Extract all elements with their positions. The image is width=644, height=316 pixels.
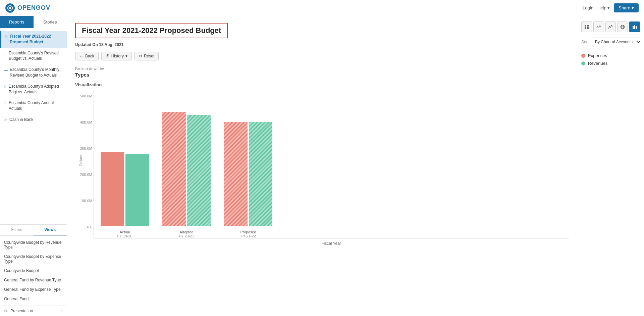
- svg-rect-14: [634, 25, 635, 29]
- dots-icon-3: ⠿: [4, 84, 7, 89]
- tab-filters[interactable]: Filters: [0, 225, 34, 235]
- svg-rect-6: [585, 27, 586, 29]
- revenues-label: Revenues: [588, 61, 608, 66]
- tab-stories[interactable]: Stories: [34, 16, 67, 28]
- y-label-500: 500.0M: [80, 94, 92, 98]
- expenses-label: Expenses: [588, 53, 607, 58]
- share-button[interactable]: Share ▾: [614, 3, 639, 12]
- y-label-200: 200.0M: [80, 173, 92, 177]
- breakdown-label: Broken down by: [75, 66, 569, 71]
- y-axis-title: Dollars: [79, 155, 83, 166]
- logo-icon: [5, 3, 15, 13]
- y-label-0: 0.0: [87, 225, 92, 229]
- report-title: Fiscal Year 2021-2022 Proposed Budget: [82, 26, 221, 35]
- viz-label: Visualization: [75, 82, 569, 87]
- bar-group-label-adopted: Adopted FY 20-21: [179, 227, 194, 238]
- bar-actual-revenue: [125, 154, 149, 226]
- reset-button[interactable]: ↺ Reset: [135, 52, 159, 60]
- legend-expenses: Expenses: [581, 53, 640, 58]
- sidebar-item-escambia-annual[interactable]: ⠿ Escambia County Annual Actuals: [0, 97, 67, 114]
- bar-icon: ▬: [4, 67, 8, 73]
- sidebar-tabs: Reports Stories: [0, 16, 67, 28]
- view-general-fund-expense[interactable]: General Fund by Expense Type: [0, 285, 67, 294]
- presentation-icon: ⚙: [4, 309, 8, 313]
- chart-wrapper: Dollars 500.0M 400.0M 300.0M 200.0M 100.…: [75, 91, 569, 246]
- y-label-300: 300.0M: [80, 146, 92, 150]
- sidebar-item-escambia-revised[interactable]: ⠿ Escambia County's Revised Budget vs. A…: [0, 48, 67, 64]
- svg-point-9: [611, 25, 612, 26]
- back-button[interactable]: ← Back: [75, 52, 99, 60]
- sidebar-item-escambia-monthly[interactable]: ▬ Escambia County's Monthly Revised Budg…: [0, 64, 67, 81]
- bar-adopted-expense: [162, 112, 186, 226]
- view-general-fund-revenue[interactable]: General Fund by Revenue Type: [0, 275, 67, 285]
- view-countywide-expense[interactable]: Countywide Budget by Expense Type: [0, 252, 67, 266]
- y-label-400: 400.0M: [80, 120, 92, 124]
- chart-bars-area: Actual FY 19-20 Adopted FY 20-21: [94, 91, 569, 238]
- main-layout: Reports Stories ⠿ Fiscal Year 2021-2022 …: [0, 16, 644, 316]
- views-list: Countywide Budget by Revenue Type County…: [0, 236, 67, 306]
- scale-icon: ⚖: [4, 118, 7, 123]
- bar-group-actual: Actual FY 19-20: [101, 152, 149, 238]
- y-label-100: 100.0M: [80, 199, 92, 203]
- presentation-arrow-icon: ›: [61, 309, 63, 313]
- sidebar-items: ⠿ Fiscal Year 2021-2022 Proposed Budget …: [0, 28, 67, 224]
- content-area: Fiscal Year 2021-2022 Proposed Budget Up…: [67, 16, 577, 316]
- view-countywide-revenue[interactable]: Countywide Budget by Revenue Type: [0, 238, 67, 252]
- login-link[interactable]: Login: [583, 5, 593, 10]
- legend-revenues: Revenues: [581, 61, 640, 66]
- right-panel: Sort By Chart of Accounts By Amount Alph…: [577, 16, 644, 316]
- table-view-button[interactable]: [581, 21, 592, 32]
- logo: OPENGOV: [5, 3, 50, 13]
- presentation-label: Presentation: [10, 309, 33, 313]
- svg-rect-15: [636, 26, 637, 29]
- dots-icon-4: ⠿: [4, 101, 7, 106]
- view-general-fund[interactable]: General Fund: [0, 294, 67, 304]
- globe-button[interactable]: [617, 21, 628, 32]
- expenses-dot: [581, 54, 585, 58]
- sort-label: Sort: [581, 40, 589, 44]
- sidebar: Reports Stories ⠿ Fiscal Year 2021-2022 …: [0, 16, 67, 316]
- sidebar-item-cash-in-bank[interactable]: ⚖ Cash in Bank: [0, 114, 67, 125]
- breakdown-value: Types: [75, 72, 569, 78]
- bar-group-label-actual: Actual FY 19-20: [117, 227, 132, 238]
- bars-row-adopted: [162, 112, 211, 226]
- sort-select[interactable]: By Chart of Accounts By Amount Alphabeti…: [591, 38, 641, 46]
- sidebar-filter-tabs: Filters Views: [0, 225, 67, 236]
- bar-chart-button[interactable]: [629, 21, 640, 32]
- bar-adopted-revenue: [187, 115, 211, 226]
- legend: Expenses Revenues: [581, 53, 640, 66]
- bar-actual-expense: [101, 152, 124, 226]
- bars-row-actual: [101, 152, 149, 226]
- revenues-dot: [581, 61, 585, 65]
- chart-main: Actual FY 19-20 Adopted FY 20-21: [94, 91, 569, 246]
- updated-text: Updated On 13 Aug, 2021: [75, 42, 569, 47]
- x-axis-title: Fiscal Year: [94, 241, 569, 246]
- svg-rect-5: [587, 25, 589, 27]
- sidebar-item-fiscal-year-2021[interactable]: ⠿ Fiscal Year 2021-2022 Proposed Budget: [0, 31, 67, 48]
- svg-point-8: [609, 26, 610, 27]
- bar-proposed-expense: [224, 122, 248, 226]
- area-chart-button[interactable]: [593, 21, 604, 32]
- sort-dropdown: Sort By Chart of Accounts By Amount Alph…: [581, 38, 640, 46]
- report-title-box: Fiscal Year 2021-2022 Proposed Budget: [75, 23, 228, 38]
- sidebar-bottom: Filters Views Countywide Budget by Reven…: [0, 224, 67, 316]
- bar-group-adopted: Adopted FY 20-21: [162, 112, 211, 238]
- view-countywide-budget[interactable]: Countywide Budget: [0, 266, 67, 275]
- bar-group-label-proposed: Proposed FY 21-22: [240, 227, 256, 238]
- tab-reports[interactable]: Reports: [0, 16, 34, 28]
- presentation-bar[interactable]: ⚙ Presentation ›: [0, 306, 67, 316]
- help-link[interactable]: Help ▾: [597, 5, 610, 10]
- history-button[interactable]: ⏱ History ▾: [101, 52, 132, 60]
- dots-icon: ⠿: [5, 34, 8, 39]
- svg-rect-7: [587, 27, 589, 29]
- line-chart-button[interactable]: [605, 21, 616, 32]
- svg-rect-4: [585, 25, 586, 27]
- top-nav-right: Login Help ▾ Share ▾: [583, 3, 639, 12]
- logo-text: OPENGOV: [17, 4, 50, 11]
- top-nav: OPENGOV Login Help ▾ Share ▾: [0, 0, 644, 16]
- breakdown-section: Broken down by Types: [75, 66, 569, 78]
- tab-views[interactable]: Views: [34, 225, 67, 235]
- chart-type-icons: [581, 21, 640, 32]
- bar-group-proposed: Proposed FY 21-22: [224, 122, 272, 238]
- sidebar-item-escambia-adopted[interactable]: ⠿ Escambia County's Adopted Bdgt vs. Act…: [0, 81, 67, 98]
